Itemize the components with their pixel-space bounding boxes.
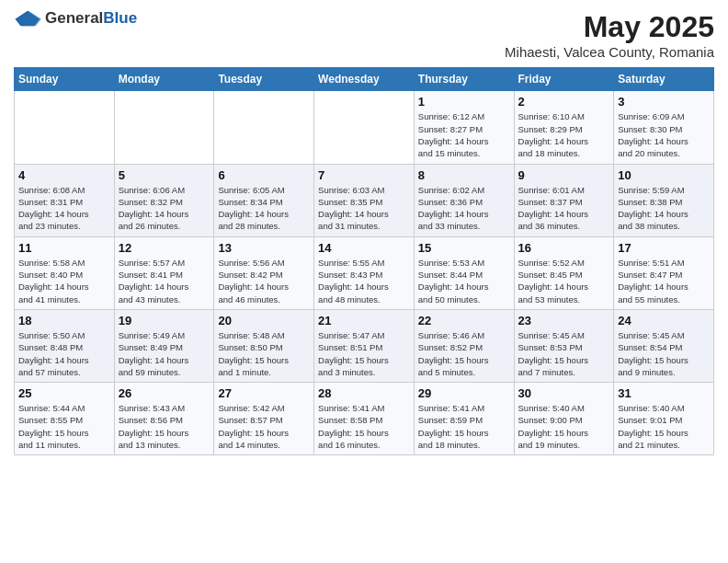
day-info: Sunrise: 6:08 AM Sunset: 8:31 PM Dayligh… (18, 184, 110, 233)
day-number: 10 (618, 168, 710, 182)
calendar-week-2: 4Sunrise: 6:08 AM Sunset: 8:31 PM Daylig… (15, 164, 714, 236)
day-number: 13 (218, 241, 310, 255)
day-number: 21 (318, 314, 410, 327)
col-saturday: Saturday (614, 68, 714, 91)
day-number: 11 (18, 241, 110, 255)
table-row: 3Sunrise: 6:09 AM Sunset: 8:30 PM Daylig… (614, 91, 714, 164)
day-number: 26 (119, 386, 210, 400)
table-row: 16Sunrise: 5:52 AM Sunset: 8:45 PM Dayli… (514, 236, 614, 309)
table-row: 13Sunrise: 5:56 AM Sunset: 8:42 PM Dayli… (214, 236, 314, 309)
title-block: May 2025 Mihaesti, Valcea County, Romani… (505, 9, 714, 60)
day-info: Sunrise: 5:59 AM Sunset: 8:38 PM Dayligh… (618, 184, 710, 233)
table-row: 30Sunrise: 5:40 AM Sunset: 9:00 PM Dayli… (514, 383, 614, 455)
day-info: Sunrise: 5:41 AM Sunset: 8:59 PM Dayligh… (418, 402, 510, 451)
day-info: Sunrise: 6:02 AM Sunset: 8:36 PM Dayligh… (418, 184, 510, 233)
calendar-week-5: 25Sunrise: 5:44 AM Sunset: 8:55 PM Dayli… (15, 383, 714, 455)
table-row: 19Sunrise: 5:49 AM Sunset: 8:49 PM Dayli… (114, 309, 214, 382)
col-tuesday: Tuesday (214, 68, 314, 91)
day-info: Sunrise: 5:53 AM Sunset: 8:44 PM Dayligh… (418, 257, 510, 305)
day-number: 2 (518, 95, 610, 109)
table-row: 5Sunrise: 6:06 AM Sunset: 8:32 PM Daylig… (114, 164, 214, 236)
day-number: 29 (418, 386, 510, 400)
col-friday: Friday (514, 68, 614, 91)
table-row (314, 91, 415, 164)
table-row: 20Sunrise: 5:48 AM Sunset: 8:50 PM Dayli… (214, 309, 314, 382)
day-number: 27 (218, 386, 310, 400)
month-title: May 2025 (505, 9, 714, 44)
day-info: Sunrise: 5:52 AM Sunset: 8:45 PM Dayligh… (518, 257, 610, 305)
day-number: 9 (518, 168, 610, 182)
day-info: Sunrise: 5:43 AM Sunset: 8:56 PM Dayligh… (119, 402, 210, 451)
table-row: 10Sunrise: 5:59 AM Sunset: 8:38 PM Dayli… (614, 164, 714, 236)
day-number: 4 (18, 168, 110, 182)
table-row: 29Sunrise: 5:41 AM Sunset: 8:59 PM Dayli… (414, 383, 514, 455)
day-number: 23 (518, 314, 610, 327)
day-info: Sunrise: 5:48 AM Sunset: 8:50 PM Dayligh… (218, 329, 310, 378)
table-row: 22Sunrise: 5:46 AM Sunset: 8:52 PM Dayli… (414, 309, 514, 382)
day-number: 5 (119, 168, 210, 182)
day-number: 20 (218, 314, 310, 327)
table-row: 6Sunrise: 6:05 AM Sunset: 8:34 PM Daylig… (214, 164, 314, 236)
day-number: 19 (119, 314, 210, 327)
calendar-table: Sunday Monday Tuesday Wednesday Thursday… (14, 67, 714, 455)
day-number: 17 (618, 241, 710, 255)
col-monday: Monday (114, 68, 214, 91)
logo-general: General (45, 9, 103, 27)
day-number: 8 (418, 168, 510, 182)
table-row: 15Sunrise: 5:53 AM Sunset: 8:44 PM Dayli… (414, 236, 514, 309)
day-number: 22 (418, 314, 510, 327)
day-number: 18 (18, 314, 110, 327)
day-number: 12 (119, 241, 210, 255)
table-row: 25Sunrise: 5:44 AM Sunset: 8:55 PM Dayli… (15, 383, 115, 455)
day-number: 16 (518, 241, 610, 255)
svg-marker-1 (17, 11, 41, 27)
table-row: 21Sunrise: 5:47 AM Sunset: 8:51 PM Dayli… (314, 309, 415, 382)
logo-icon (14, 9, 41, 28)
table-row: 14Sunrise: 5:55 AM Sunset: 8:43 PM Dayli… (314, 236, 415, 309)
day-info: Sunrise: 5:50 AM Sunset: 8:48 PM Dayligh… (18, 329, 110, 378)
day-info: Sunrise: 5:45 AM Sunset: 8:54 PM Dayligh… (618, 329, 710, 378)
table-row: 9Sunrise: 6:01 AM Sunset: 8:37 PM Daylig… (514, 164, 614, 236)
day-info: Sunrise: 5:40 AM Sunset: 9:01 PM Dayligh… (618, 402, 710, 451)
table-row: 12Sunrise: 5:57 AM Sunset: 8:41 PM Dayli… (114, 236, 214, 309)
day-number: 6 (218, 168, 310, 182)
table-row (214, 91, 314, 164)
calendar-week-1: 1Sunrise: 6:12 AM Sunset: 8:27 PM Daylig… (15, 91, 714, 164)
logo: GeneralBlue (14, 9, 137, 28)
day-info: Sunrise: 6:09 AM Sunset: 8:30 PM Dayligh… (618, 110, 710, 159)
day-info: Sunrise: 5:58 AM Sunset: 8:40 PM Dayligh… (18, 257, 110, 305)
table-row: 17Sunrise: 5:51 AM Sunset: 8:47 PM Dayli… (614, 236, 714, 309)
day-info: Sunrise: 6:01 AM Sunset: 8:37 PM Dayligh… (518, 184, 610, 233)
table-row (15, 91, 115, 164)
col-wednesday: Wednesday (314, 68, 415, 91)
logo-blue: Blue (103, 9, 137, 27)
day-info: Sunrise: 5:44 AM Sunset: 8:55 PM Dayligh… (18, 402, 110, 451)
day-info: Sunrise: 6:06 AM Sunset: 8:32 PM Dayligh… (119, 184, 210, 233)
col-thursday: Thursday (414, 68, 514, 91)
table-row: 28Sunrise: 5:41 AM Sunset: 8:58 PM Dayli… (314, 383, 415, 455)
day-info: Sunrise: 5:57 AM Sunset: 8:41 PM Dayligh… (119, 257, 210, 305)
day-number: 31 (618, 386, 710, 400)
day-number: 25 (18, 386, 110, 400)
location-title: Mihaesti, Valcea County, Romania (505, 44, 714, 60)
day-info: Sunrise: 5:46 AM Sunset: 8:52 PM Dayligh… (418, 329, 510, 378)
table-row: 31Sunrise: 5:40 AM Sunset: 9:01 PM Dayli… (614, 383, 714, 455)
table-row: 26Sunrise: 5:43 AM Sunset: 8:56 PM Dayli… (114, 383, 214, 455)
day-number: 7 (318, 168, 410, 182)
table-row (114, 91, 214, 164)
table-row: 2Sunrise: 6:10 AM Sunset: 8:29 PM Daylig… (514, 91, 614, 164)
calendar-header-row: Sunday Monday Tuesday Wednesday Thursday… (15, 68, 714, 91)
day-info: Sunrise: 5:47 AM Sunset: 8:51 PM Dayligh… (318, 329, 410, 378)
day-info: Sunrise: 6:03 AM Sunset: 8:35 PM Dayligh… (318, 184, 410, 233)
table-row: 27Sunrise: 5:42 AM Sunset: 8:57 PM Dayli… (214, 383, 314, 455)
day-info: Sunrise: 5:56 AM Sunset: 8:42 PM Dayligh… (218, 257, 310, 305)
day-info: Sunrise: 6:10 AM Sunset: 8:29 PM Dayligh… (518, 110, 610, 159)
day-info: Sunrise: 6:05 AM Sunset: 8:34 PM Dayligh… (218, 184, 310, 233)
table-row: 18Sunrise: 5:50 AM Sunset: 8:48 PM Dayli… (15, 309, 115, 382)
table-row: 8Sunrise: 6:02 AM Sunset: 8:36 PM Daylig… (414, 164, 514, 236)
day-info: Sunrise: 5:41 AM Sunset: 8:58 PM Dayligh… (318, 402, 410, 451)
day-info: Sunrise: 5:40 AM Sunset: 9:00 PM Dayligh… (518, 402, 610, 451)
calendar-week-4: 18Sunrise: 5:50 AM Sunset: 8:48 PM Dayli… (15, 309, 714, 382)
day-number: 3 (618, 95, 710, 109)
calendar-week-3: 11Sunrise: 5:58 AM Sunset: 8:40 PM Dayli… (15, 236, 714, 309)
